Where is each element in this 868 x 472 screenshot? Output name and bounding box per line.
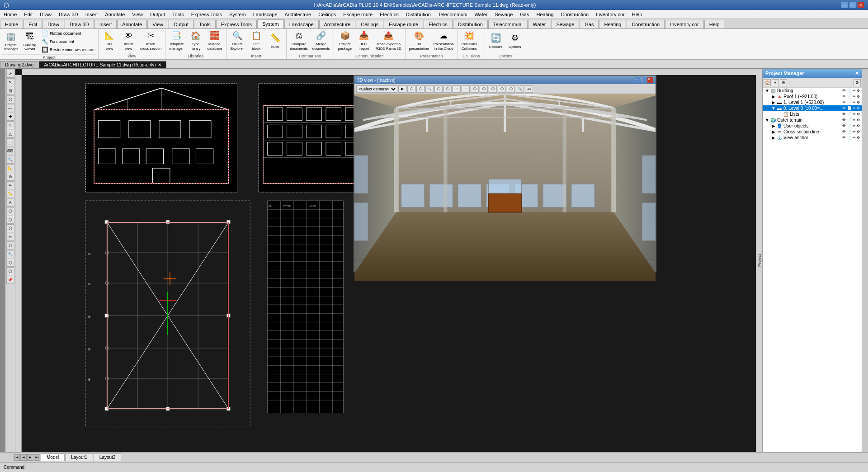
left-tool-4[interactable]: — [6, 104, 14, 112]
3d-tool-9[interactable]: ⬡ [471, 85, 479, 93]
3d-tool-14[interactable]: 🔍 [516, 85, 524, 93]
camera-selector[interactable]: <Select camera> [356, 85, 397, 93]
ribbon-tab-sewage[interactable]: Sewage [552, 20, 580, 28]
menu-item-ceilings[interactable]: Ceilings [315, 11, 340, 18]
doc-tab-arcadia-archite[interactable]: ArCADia-ARCHITECTURE Sample 11.dwg (Read… [39, 61, 166, 68]
layout-nav-prev[interactable]: ◄ [20, 454, 27, 461]
3d-tool-4[interactable]: 🔍 [425, 85, 434, 93]
pm-tree-item[interactable]: ▼🌍Outer terrain👁 📄 ✏ ⚙ [763, 117, 862, 123]
layout-nav-first[interactable]: |◄ [14, 454, 20, 461]
menu-item-water[interactable]: Water [471, 11, 491, 18]
tab-close-btn[interactable]: ✕ [158, 62, 161, 67]
ribbon-tab-help[interactable]: Help [704, 20, 725, 28]
3d-tool-12[interactable]: ⬡ [498, 85, 506, 93]
3d-view-maximize[interactable]: □ [641, 77, 646, 83]
ribbon-btn-merge-documents[interactable]: 🔗Merge documents [311, 30, 332, 52]
ribbon-tab-inventory-cor[interactable]: Inventory cor [665, 20, 704, 28]
3d-tool-15[interactable]: 3D [525, 85, 533, 93]
close-button[interactable]: ✕ [857, 2, 864, 8]
ribbon-btn-title-block[interactable]: 📋Title block [247, 30, 265, 52]
ribbon-tab-telecommuni[interactable]: Telecommuni [488, 20, 528, 28]
menu-item-telecommuni[interactable]: Telecommuni [434, 11, 471, 18]
menu-item-construction[interactable]: Construction [557, 11, 592, 18]
pm-tree-item[interactable]: ▶⚓View anchor👁 📄 ✏ ⚙ [763, 135, 862, 141]
menu-item-heating[interactable]: Heating [533, 11, 557, 18]
ribbon-tab-home[interactable]: Home [0, 20, 23, 28]
menu-item-distribution[interactable]: Distribution [402, 11, 434, 18]
menu-item-insert[interactable]: Insert [82, 11, 102, 18]
ribbon-tab-view[interactable]: View [147, 20, 168, 28]
ribbon-btn-compare-documents[interactable]: ⚖Compare documents [288, 30, 310, 52]
ribbon-tab-escape-route[interactable]: Escape route [384, 20, 423, 28]
ribbon-btn-trace-export-to-r3d3[interactable]: 📤Trace export to R3D3-Rama 3D [374, 30, 403, 52]
left-tool-6[interactable]: ○ [6, 121, 14, 129]
maximize-button[interactable]: □ [849, 2, 856, 8]
ribbon-tab-water[interactable]: Water [528, 20, 551, 28]
3d-tool-11[interactable]: ⬡ [489, 85, 497, 93]
ribbon-btn-project-manager[interactable]: 🏢Project manager [2, 31, 20, 52]
left-tool-22[interactable]: ⬡ [6, 259, 14, 267]
ribbon-btn-template-manager[interactable]: 📑Template manager [167, 30, 185, 52]
left-tool-14[interactable]: 📏 [6, 190, 14, 198]
menu-item-escape-route[interactable]: Escape route [340, 11, 376, 18]
layout-tab-layout1[interactable]: Layout1 [65, 453, 93, 461]
left-tool-7[interactable]: △ [6, 130, 14, 138]
doc-tab-drawing2.dwe[interactable]: Drawing2.dwe [0, 61, 38, 68]
menu-item-system[interactable]: System [226, 11, 250, 18]
left-tool-5[interactable]: ✚ [6, 113, 14, 121]
ribbon-tab-output[interactable]: Output [169, 20, 193, 28]
ribbon-btn-options[interactable]: ⚙Options [506, 30, 524, 52]
3d-tool-13[interactable]: ⬡ [507, 85, 515, 93]
drawing-area[interactable]: ⊕ ⊕ ⊕ ⊕ ⊕ [22, 75, 756, 452]
ribbon-btn-small-flatten-document[interactable]: 📄Flatten document [40, 30, 96, 37]
layout-tab-layout2[interactable]: Layout2 [94, 453, 122, 461]
ribbon-btn-type-library[interactable]: 🏠Type library [187, 30, 205, 52]
menu-item-electrics[interactable]: Electrics [376, 11, 402, 18]
left-tool-18[interactable]: ⬡ [6, 224, 14, 232]
left-tool-0[interactable]: ↗ [6, 70, 14, 78]
ribbon-btn-3d-presentation[interactable]: 🎨3D presentation [407, 30, 431, 52]
pm-tree-item[interactable]: ▼▬0. Level 0 (±0.00=...👁 📄 ✏ ⚙ [763, 105, 862, 111]
ribbon-tab-architecture[interactable]: Architecture [319, 20, 356, 28]
ribbon-tab-ceilings[interactable]: Ceilings [356, 20, 383, 28]
menu-item-annotate[interactable]: Annotate [101, 11, 128, 18]
menu-item-landscape[interactable]: Landscape [250, 11, 281, 18]
ribbon-btn-insert-view[interactable]: 👁Insert view [119, 30, 137, 52]
layout-nav-next[interactable]: ► [27, 454, 33, 461]
menu-item-help[interactable]: Help [628, 11, 646, 18]
left-tool-9[interactable]: ⌨ [6, 147, 14, 155]
ribbon-btn-3d-view[interactable]: 📐3D view [100, 30, 118, 52]
ribbon-btn-collisions-collision[interactable]: 💥Collisions Collisions [460, 30, 479, 52]
ribbon-btn-insert-cross-section[interactable]: ✂Insert cross-section [138, 30, 163, 52]
left-tool-21[interactable]: 🔧 [6, 250, 14, 258]
menu-item-express-tools[interactable]: Express Tools [188, 11, 226, 18]
3d-tool-2[interactable]: ⬡ [407, 85, 415, 93]
pm-tree-item[interactable]: 📋Lists👁 📄 ✏ ⚙ [763, 111, 862, 117]
3d-tool-3[interactable]: ⬡ [416, 85, 425, 93]
left-tool-10[interactable]: 🔍 [6, 156, 14, 164]
ribbon-tab-heating[interactable]: Heating [599, 20, 626, 28]
menu-item-architecture[interactable]: Architecture [281, 11, 315, 18]
3d-tool-1[interactable]: ▶ [398, 85, 406, 93]
3d-tool-6[interactable]: ⬡ [443, 85, 452, 93]
menu-item-draw-3d[interactable]: Draw 3D [55, 11, 82, 18]
ribbon-btn-small-fix-document[interactable]: 🔧Fix document [40, 38, 96, 45]
layout-tab-model[interactable]: Model [41, 453, 65, 461]
ribbon-tab-distribution[interactable]: Distribution [453, 20, 488, 28]
pm-tree-item[interactable]: ▶🔺Roof 1 (+921.00)👁 📄 ✏ ⚙ [763, 94, 862, 99]
left-tool-11[interactable]: 📐 [6, 164, 14, 172]
ribbon-btn-ifc-import[interactable]: 📥IFC Import [355, 30, 373, 52]
left-tool-3[interactable]: ⬡ [6, 95, 14, 104]
3d-view-close[interactable]: ✕ [647, 77, 653, 83]
menu-item-view[interactable]: View [128, 11, 146, 18]
left-tool-13[interactable]: ✏ [6, 181, 14, 189]
3d-view-minimize[interactable]: — [635, 77, 640, 83]
3d-tool-10[interactable]: ⬡ [480, 85, 488, 93]
left-tool-20[interactable]: ⬡ [6, 241, 14, 250]
3d-tool-5[interactable]: ⬡ [434, 85, 443, 93]
ribbon-tab-insert[interactable]: Insert [94, 20, 117, 28]
ribbon-btn-small-restore-windows-rest[interactable]: 🔲Restore windows restore [40, 46, 96, 53]
left-tool-23[interactable]: ⬡ [6, 267, 14, 275]
left-tool-19[interactable]: ✂ [6, 233, 14, 241]
pm-tree-item[interactable]: ▶✂Cross section line👁 📄 ✏ ⚙ [763, 129, 862, 135]
